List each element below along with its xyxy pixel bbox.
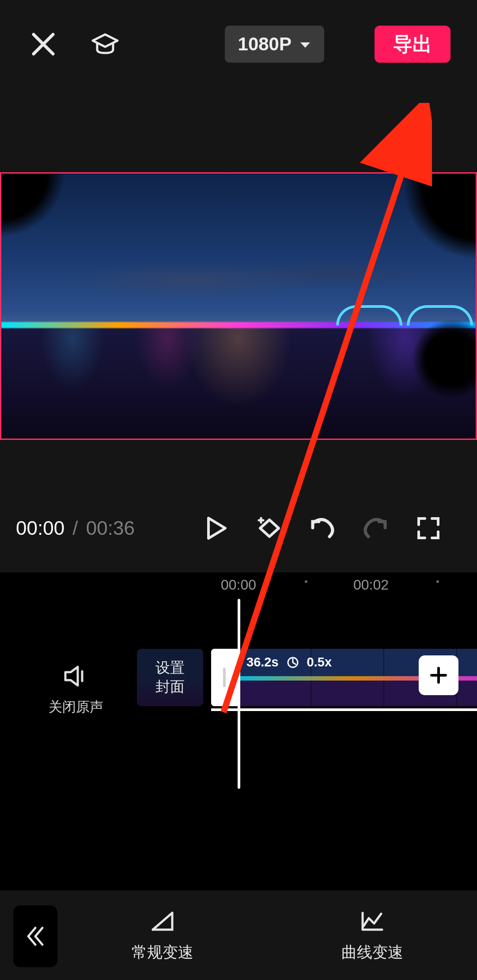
clip-left-handle[interactable] [211,649,238,706]
mute-audio-button[interactable]: 关闭原声 [49,665,103,716]
set-cover-button[interactable]: 设置 封面 [137,649,203,706]
tutorial-icon[interactable] [91,33,119,56]
clip-duration: 36.2s [246,655,279,670]
plus-icon [429,666,448,685]
tool-label: 常规变速 [132,942,193,963]
header: 1080P 导出 [0,0,477,88]
player-bar: 00:00 / 00:36 [0,440,477,572]
ruler-tick: 00:00 [221,577,256,593]
resolution-label: 1080P [238,34,292,55]
curve-speed-icon [360,910,385,932]
video-preview[interactable] [0,172,477,440]
keyframe-button[interactable] [243,516,296,540]
total-time: 00:36 [86,517,135,539]
playhead[interactable] [238,599,240,789]
ruler-dot [436,580,439,583]
back-button[interactable] [13,905,57,967]
speed-icon [287,656,299,669]
cover-label: 设置 封面 [137,649,203,706]
time-display: 00:00 / 00:36 [16,517,135,539]
current-time: 00:00 [16,517,64,539]
speaker-icon [64,665,88,687]
mute-label: 关闭原声 [49,698,103,716]
time-separator: / [72,517,78,539]
timeline[interactable]: 关闭原声 设置 封面 36.2s 0.5x [0,599,477,802]
normal-speed-tool[interactable]: 常规变速 [57,910,267,963]
ruler-dot [305,580,307,583]
chevron-left-double-icon [26,925,45,947]
clip-speed: 0.5x [307,655,332,670]
timeline-space [0,802,477,890]
close-icon[interactable] [31,32,56,57]
undo-button[interactable] [296,517,349,539]
preview-area: 00:00 / 00:36 [0,88,477,572]
clip-underline [211,708,477,711]
clip-meta: 36.2s 0.5x [246,655,332,670]
bottom-toolbar: 常规变速 曲线变速 [0,890,477,980]
chevron-down-icon [299,41,311,49]
time-ruler[interactable]: 00:00 00:02 [0,572,477,599]
curve-speed-tool[interactable]: 曲线变速 [267,910,477,963]
export-button[interactable]: 导出 [375,26,450,63]
redo-button[interactable] [349,517,402,539]
resolution-button[interactable]: 1080P [225,26,324,63]
add-clip-button[interactable] [419,655,458,695]
tool-label: 曲线变速 [341,942,403,963]
fullscreen-button[interactable] [402,517,455,540]
normal-speed-icon [150,910,175,932]
play-button[interactable] [190,516,243,540]
ruler-tick: 00:02 [353,577,389,593]
export-label: 导出 [393,31,432,57]
